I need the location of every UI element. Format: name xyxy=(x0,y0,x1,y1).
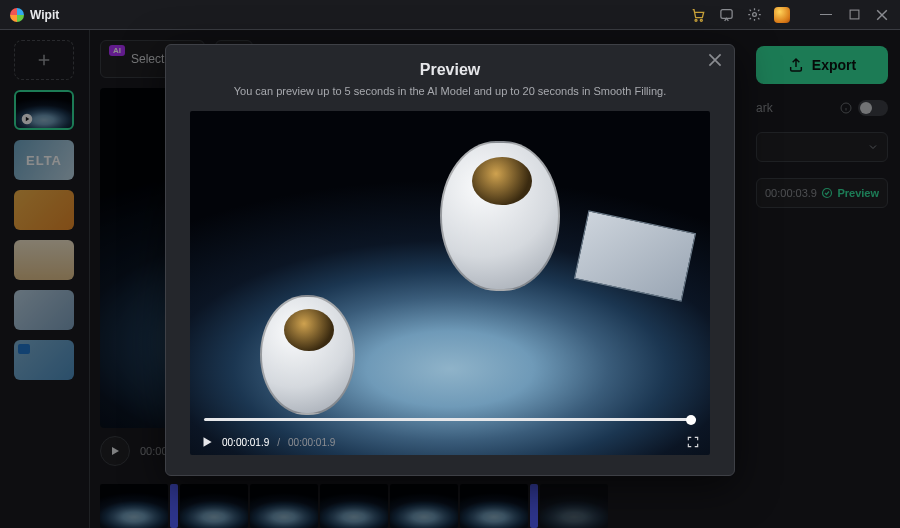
title-bar: Wipit xyxy=(0,0,900,30)
video-play-button[interactable] xyxy=(200,435,214,449)
video-progress-knob[interactable] xyxy=(686,415,696,425)
video-current-time: 00:00:01.9 xyxy=(222,437,269,448)
svg-point-3 xyxy=(752,13,756,17)
app-logo-icon xyxy=(10,8,24,22)
minimize-button[interactable] xyxy=(818,7,834,23)
close-button[interactable] xyxy=(874,7,890,23)
svg-rect-4 xyxy=(850,10,859,19)
svg-point-1 xyxy=(700,19,702,21)
modal-subtitle: You can preview up to 5 seconds in the A… xyxy=(190,85,710,97)
svg-point-0 xyxy=(695,19,697,21)
svg-rect-2 xyxy=(720,10,731,19)
cart-icon[interactable] xyxy=(690,7,706,23)
modal-overlay[interactable]: Preview You can preview up to 5 seconds … xyxy=(0,30,900,528)
preview-modal: Preview You can preview up to 5 seconds … xyxy=(165,44,735,476)
gear-icon[interactable] xyxy=(746,7,762,23)
time-separator: / xyxy=(277,437,280,448)
astronaut-large xyxy=(440,141,560,291)
product-name: Wipit xyxy=(30,8,59,22)
video-controls: 00:00:01.9 / 00:00:01.9 xyxy=(200,435,700,449)
video-total-time: 00:00:01.9 xyxy=(288,437,335,448)
video-progress-bar[interactable] xyxy=(204,418,696,421)
modal-title: Preview xyxy=(190,61,710,79)
maximize-button[interactable] xyxy=(846,7,862,23)
fullscreen-button[interactable] xyxy=(686,435,700,449)
titlebar-actions xyxy=(690,7,890,23)
modal-video[interactable]: 00:00:01.9 / 00:00:01.9 xyxy=(190,111,710,455)
satellite-panel xyxy=(574,210,696,301)
modal-close-button[interactable] xyxy=(708,53,724,69)
chat-icon[interactable] xyxy=(718,7,734,23)
window-controls xyxy=(818,7,890,23)
astronaut-small xyxy=(260,295,355,415)
gem-icon[interactable] xyxy=(774,7,790,23)
